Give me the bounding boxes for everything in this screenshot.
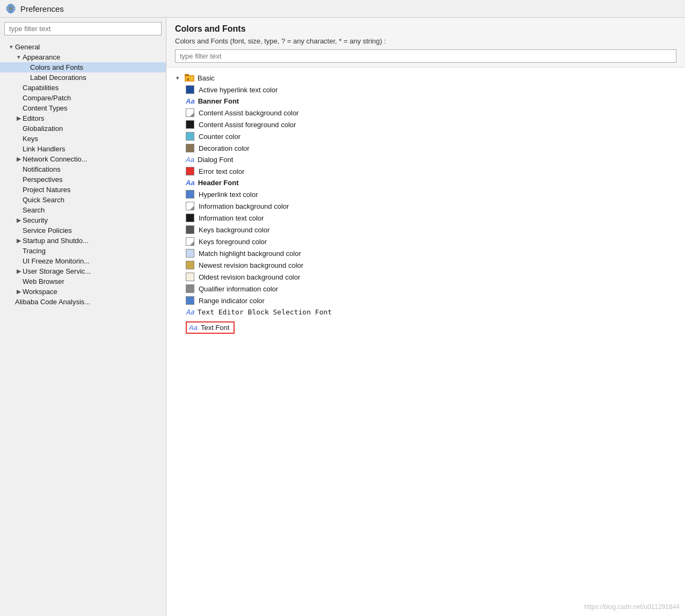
basic-section-label: Basic <box>198 74 215 82</box>
panel-description: Colors and Fonts (font, size, type, ? = … <box>175 37 676 45</box>
color-item-label: Counter color <box>199 133 241 141</box>
sidebar-item-search[interactable]: Search <box>0 205 166 215</box>
color-item-hyperlink-text[interactable]: Hyperlink text color <box>175 188 676 200</box>
sidebar-item-compare-patch[interactable]: Compare/Patch <box>0 93 166 103</box>
color-swatch-keys-bg <box>186 225 194 234</box>
color-item-counter[interactable]: Counter color <box>175 130 676 142</box>
sidebar-item-label: Editors <box>23 114 44 122</box>
sidebar-item-network-connections[interactable]: ▶ Network Connectio... <box>0 154 166 164</box>
sidebar-item-service-policies[interactable]: Service Policies <box>0 225 166 236</box>
sidebar-item-alibaba[interactable]: Alibaba Code Analysis... <box>0 297 166 307</box>
sidebar-item-project-natures[interactable]: Project Natures <box>0 185 166 195</box>
color-swatch-error-text <box>186 167 194 175</box>
panel-header: Colors and Fonts Colors and Fonts (font,… <box>166 18 685 68</box>
chevron-right-icon: ▶ <box>15 288 23 295</box>
window-title: Preferences <box>20 4 64 13</box>
sidebar-item-security[interactable]: ▶ Security <box>0 215 166 225</box>
panel-content: ▾ a Basic Acti <box>166 68 685 616</box>
sidebar-item-capabilities[interactable]: Capabilities <box>0 83 166 93</box>
sidebar-item-ui-freeze[interactable]: UI Freeze Monitorin... <box>0 256 166 266</box>
color-item-active-hyperlink[interactable]: Active hyperlink text color <box>175 84 676 96</box>
color-item-label: Content Assist background color <box>199 109 298 117</box>
sidebar-item-colors-and-fonts[interactable]: Colors and Fonts <box>0 62 166 72</box>
color-item-range-indicator[interactable]: Range indicator color <box>175 295 676 306</box>
sidebar-item-link-handlers[interactable]: Link Handlers <box>0 144 166 154</box>
panel-search-input[interactable] <box>175 49 676 63</box>
color-item-decoration[interactable]: Decoration color <box>175 142 676 154</box>
sidebar-item-notifications[interactable]: Notifications <box>0 164 166 174</box>
sidebar-item-quick-search[interactable]: Quick Search <box>0 195 166 205</box>
sidebar-item-label: Notifications <box>23 165 61 173</box>
color-item-text-font[interactable]: Aa Text Font <box>175 320 676 335</box>
color-swatch-content-assist-bg <box>186 108 194 117</box>
chevron-down-icon: ▾ <box>15 54 23 61</box>
sidebar-item-workspace[interactable]: ▶ Workspace <box>0 287 166 297</box>
sidebar-item-label: Content Types <box>23 104 68 112</box>
sidebar-item-label: Perspectives <box>23 175 62 184</box>
font-indicator-text-font: Aa <box>189 324 198 332</box>
color-item-label: Decoration color <box>199 144 250 152</box>
color-item-keys-bg[interactable]: Keys background color <box>175 224 676 236</box>
left-search-input[interactable] <box>4 22 162 35</box>
sidebar-item-label: Network Connectio... <box>23 155 88 163</box>
sidebar-item-label: Keys <box>23 135 38 143</box>
color-item-newest-revision-bg[interactable]: Newest revision background color <box>175 259 676 271</box>
sidebar-item-general[interactable]: ▾ General <box>0 42 166 52</box>
chevron-right-icon: ▶ <box>15 156 23 163</box>
sidebar-item-label: Web Browser <box>23 277 64 285</box>
sidebar-item-label: Alibaba Code Analysis... <box>15 298 90 306</box>
sidebar-item-label-decorations[interactable]: Label Decorations <box>0 72 166 83</box>
color-item-content-assist-fg[interactable]: Content Assist foreground color <box>175 119 676 130</box>
color-item-qualifier-info[interactable]: Qualifier information color <box>175 283 676 295</box>
sidebar-item-content-types[interactable]: Content Types <box>0 103 166 113</box>
sidebar-item-startup-shutdown[interactable]: ▶ Startup and Shutdo... <box>0 236 166 246</box>
color-item-header-font[interactable]: Aa Header Font <box>175 177 676 188</box>
color-item-keys-fg[interactable]: Keys foreground color <box>175 236 676 247</box>
color-swatch-info-bg <box>186 202 194 210</box>
chevron-right-icon: ▶ <box>15 115 23 122</box>
sidebar-item-appearance[interactable]: ▾ Appearance <box>0 52 166 62</box>
color-swatch-qualifier-info <box>186 284 194 293</box>
left-panel: ▾ General ▾ Appearance Colors and Fonts … <box>0 18 166 616</box>
color-item-content-assist-bg[interactable]: Content Assist background color <box>175 107 676 119</box>
color-item-label: Information text color <box>199 214 264 222</box>
color-item-banner-font[interactable]: Aa Banner Font <box>175 96 676 107</box>
sidebar-item-label: Security <box>23 216 48 224</box>
sidebar-item-label: Quick Search <box>23 196 64 204</box>
color-swatch-match-highlight <box>186 249 194 258</box>
color-item-label: Dialog Font <box>198 156 233 164</box>
color-item-label: Text Editor Block Selection Font <box>198 308 332 316</box>
color-item-label: Hyperlink text color <box>199 190 258 199</box>
sidebar-item-label: Link Handlers <box>23 145 65 153</box>
sidebar-item-tracing[interactable]: Tracing <box>0 246 166 256</box>
color-swatch-newest-revision <box>186 261 194 269</box>
color-item-info-text[interactable]: Information text color <box>175 212 676 224</box>
sidebar-item-perspectives[interactable]: Perspectives <box>0 174 166 185</box>
sidebar-item-user-storage[interactable]: ▶ User Storage Servic... <box>0 266 166 276</box>
chevron-right-icon: ▶ <box>15 237 23 244</box>
color-item-label: Keys background color <box>199 226 269 234</box>
color-item-text-editor-block-font[interactable]: Aa Text Editor Block Selection Font <box>175 306 676 318</box>
basic-folder-icon: a <box>185 74 194 82</box>
color-swatch-active-hyperlink <box>186 85 194 94</box>
sidebar-item-globalization[interactable]: Globalization <box>0 123 166 134</box>
preferences-window: Preferences ▾ General ▾ Appearance <box>0 0 685 616</box>
color-item-error-text[interactable]: Error text color <box>175 165 676 177</box>
sidebar-item-web-browser[interactable]: Web Browser <box>0 276 166 287</box>
color-item-label: Error text color <box>199 167 244 175</box>
color-item-info-bg[interactable]: Information background color <box>175 200 676 212</box>
sidebar-item-keys[interactable]: Keys <box>0 134 166 144</box>
basic-section-header[interactable]: ▾ a Basic <box>175 72 676 84</box>
svg-text:a: a <box>187 77 190 82</box>
chevron-right-icon: ▶ <box>15 268 23 275</box>
font-indicator-banner: Aa <box>186 97 195 105</box>
chevron-down-icon: ▾ <box>8 43 15 50</box>
color-item-dialog-font[interactable]: Aa Dialog Font <box>175 154 676 165</box>
sidebar-item-editors[interactable]: ▶ Editors <box>0 113 166 123</box>
color-item-label: Header Font <box>198 179 239 187</box>
color-item-match-highlight-bg[interactable]: Match highlight background color <box>175 247 676 259</box>
chevron-right-icon: ▶ <box>15 217 23 224</box>
color-swatch-info-text <box>186 214 194 222</box>
color-item-oldest-revision-bg[interactable]: Oldest revision background color <box>175 271 676 283</box>
sidebar-item-label: Compare/Patch <box>23 94 71 102</box>
